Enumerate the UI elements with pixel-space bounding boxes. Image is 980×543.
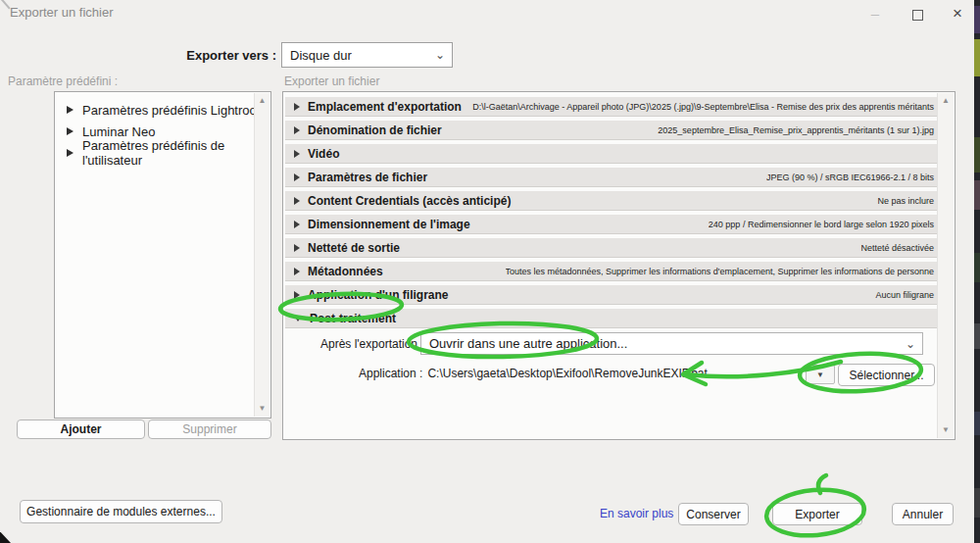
preset-scrollbar[interactable]: ▲ ▼ [254,93,270,417]
accordion-section-header[interactable]: Content Credentials (accès anticipé)Ne p… [285,191,940,211]
background-filmstrip [974,0,980,543]
maximize-icon [912,10,923,21]
application-line: Application : C:\Users\gaeta\Desktop\Exi… [359,367,708,380]
chevron-right-icon[interactable] [67,106,74,114]
section-title: Content Credentials (accès anticipé) [308,194,511,208]
preset-tree-item-label: Luminar Neo [82,124,155,139]
settings-scrollbar[interactable]: ▲ ▼ [937,93,954,438]
maximize-button[interactable] [903,2,932,25]
caret-down-icon: ▼ [816,370,824,379]
section-title: Vidéo [308,147,339,161]
keep-button[interactable]: Conserver [678,503,749,525]
export-button[interactable]: Exporter [772,503,862,525]
accordion-section-header[interactable]: Netteté de sortieNetteté désactivée [285,238,940,258]
annotation-pen-tail [818,475,826,493]
section-title: Netteté de sortie [308,241,400,255]
export-to-label: Exporter vers : [155,48,276,63]
chevron-right-icon[interactable] [294,150,300,158]
section-title: Application d'un filigrane [308,288,449,302]
chevron-right-icon[interactable] [67,149,74,157]
chevron-right-icon[interactable] [294,291,300,299]
accordion-section-header[interactable]: Paramètres de fichierJPEG (90 %) / sRGB … [285,168,940,187]
application-path: C:\Users\gaeta\Desktop\Exifool\RemoveJun… [427,367,707,380]
window-title: Exporter un fichier [10,5,114,20]
chevron-right-icon[interactable] [294,268,300,275]
close-icon: × [953,4,962,23]
chevron-down-icon: ⌄ [906,338,922,350]
chevron-down-icon[interactable] [294,316,302,321]
section-summary: JPEG (90 %) / sRGB IEC61966-2.1 / 8 bits [766,173,940,182]
preset-tree-item[interactable]: Paramètres prédéfinis Lightroom [55,99,270,121]
after-export-dropdown[interactable]: Ouvrir dans une autre application... ⌄ [420,332,923,355]
accordion-section-header[interactable]: Application d'un filigraneAucun filigran… [285,285,940,305]
plugin-manager-button[interactable]: Gestionnaire de modules externes... [20,500,222,523]
section-summary: 2025_septembre_Elisa_Remise_prix_apprent… [658,125,940,135]
close-button[interactable]: × [943,2,972,25]
mouse-cursor [0,529,11,543]
accordion-section-header[interactable]: Dénomination de fichier2025_septembre_El… [285,121,940,140]
section-summary: Netteté désactivée [860,243,940,253]
application-dropdown-button[interactable]: ▼ [806,365,835,384]
chevron-right-icon[interactable] [294,126,300,134]
export-settings-panel: Emplacement d'exportationD:\l-Gaëtan\Arc… [282,91,956,440]
section-summary: Ne pas inclure [877,196,940,206]
export-to-value: Disque dur [282,48,352,63]
cancel-button[interactable]: Annuler [892,503,954,525]
chevron-right-icon[interactable] [67,127,74,135]
accordion-section-header[interactable]: MétadonnéesToutes les métadonnées, Suppr… [285,262,940,281]
export-dialog: { "window": { "title": "Exporter un fich… [0,0,980,543]
section-title: Post-traitement [310,312,396,325]
preset-tree-item-label: Paramètres prédéfinis de l'utilisateur [82,138,270,168]
scroll-up-icon[interactable]: ▲ [255,94,270,108]
section-title: Emplacement d'exportation [308,100,462,114]
section-title: Paramètres de fichier [308,171,427,184]
minimize-icon: – [871,5,879,22]
select-application-button[interactable]: Sélectionner... [838,364,935,386]
chevron-right-icon[interactable] [294,197,300,205]
accordion-section-header[interactable]: Dimensionnement de l'image240 ppp / Redi… [285,215,940,234]
chevron-down-icon: ⌄ [435,49,452,61]
section-title: Dénomination de fichier [308,123,442,137]
after-export-label: Après l'exportation [283,337,417,351]
application-label: Application : [359,367,422,380]
preset-tree-item-label: Paramètres prédéfinis Lightroom [82,103,268,118]
chevron-right-icon[interactable] [294,221,300,228]
accordion-section-header[interactable]: Post-traitement [285,309,940,328]
accordion-section-header[interactable]: Emplacement d'exportationD:\l-Gaëtan\Arc… [285,97,940,117]
preset-listbox: Paramètres prédéfinis LightroomLuminar N… [54,91,271,419]
learn-more-link[interactable]: En savoir plus [600,507,673,520]
export-panel-label: Exporter un fichier [284,74,379,88]
remove-preset-button[interactable]: Supprimer [148,420,271,439]
preset-tree-item[interactable]: Paramètres prédéfinis de l'utilisateur [55,142,270,164]
preset-panel-label: Paramètre prédéfini : [8,74,118,88]
scroll-up-icon[interactable]: ▲ [938,94,954,108]
section-summary: Toutes les métadonnées, Supprimer les in… [506,267,940,276]
section-title: Dimensionnement de l'image [308,218,470,231]
minimize-button[interactable]: – [860,2,890,25]
scroll-down-icon[interactable]: ▼ [255,402,270,416]
section-summary: 240 ppp / Redimensionner le bord large s… [709,220,940,229]
scroll-down-icon[interactable]: ▼ [938,423,954,437]
chevron-right-icon[interactable] [294,103,300,111]
chevron-right-icon[interactable] [294,244,300,252]
section-summary: D:\l-Gaëtan\Archivage - Appareil photo (… [472,102,940,112]
add-preset-button[interactable]: Ajouter [17,420,145,439]
after-export-value: Ouvrir dans une autre application... [421,336,627,351]
section-summary: Aucun filigrane [875,290,940,300]
export-to-dropdown[interactable]: Disque dur ⌄ [281,42,453,68]
chevron-right-icon[interactable] [294,173,300,181]
section-title: Métadonnées [308,265,383,278]
accordion-section-header[interactable]: Vidéo [285,144,940,164]
